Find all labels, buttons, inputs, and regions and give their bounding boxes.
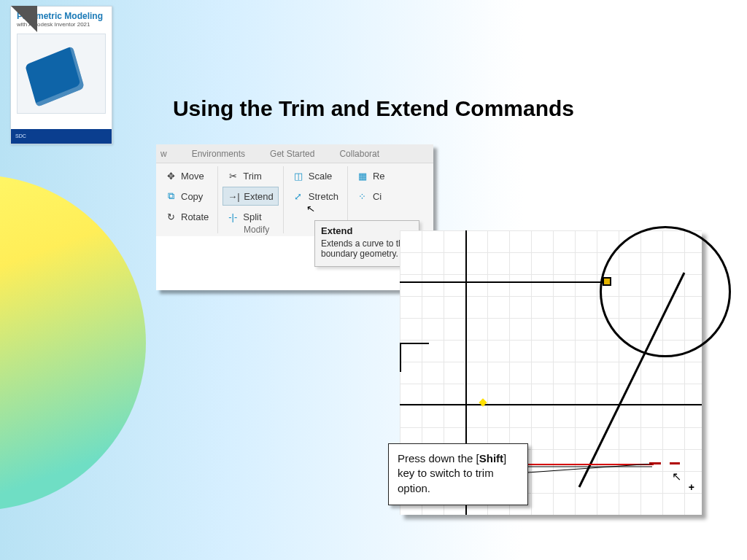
trim-label: Trim [243,171,262,182]
ribbon-panel: w Environments Get Started Collaborat ✥ … [156,144,433,290]
tooltip-body: Extends a curve to the boundary geometry… [321,238,408,259]
extend-dash [670,462,680,464]
split-button[interactable]: -|- Split [222,207,278,226]
callout-key: Shift [479,452,503,464]
copy-button[interactable]: ⧉ Copy [160,187,213,206]
circular-pattern-button[interactable]: ⁘ Ci [352,187,390,206]
ribbon-tab[interactable]: Get Started [270,149,314,159]
scale-label: Scale [309,171,333,182]
rectangular-pattern-button[interactable]: ▦ Re [352,166,390,185]
ribbon-tab[interactable]: Environments [192,149,245,159]
scale-icon: ◫ [293,170,304,182]
ribbon-tab[interactable]: w [160,149,167,159]
sketch-corner [400,343,429,372]
slide-heading: Using the Trim and Extend Commands [0,96,747,121]
rotate-button[interactable]: ↻ Rotate [160,207,213,226]
move-label: Move [181,171,204,182]
book-corner-ribbon [11,6,37,32]
cursor-icon: ↖ [672,470,681,483]
rotate-label: Rotate [181,211,209,222]
hint-callout: Press down the [Shift] key to switch to … [388,443,528,505]
cursor-icon: ↖ [306,202,317,215]
plus-icon: + [689,481,694,493]
copy-label: Copy [181,191,203,202]
stretch-label: Stretch [309,191,338,202]
axis-horizontal [400,404,702,405]
endpoint-marker [603,277,611,286]
trim-icon: ✂ [227,170,239,182]
sketch-circle [600,226,731,357]
rotate-icon: ↻ [165,211,177,222]
extend-button[interactable]: →| Extend [222,187,278,206]
panel-label: Modify [244,225,269,235]
circ-array-icon: ⁘ [357,190,368,202]
stretch-button[interactable]: ⤢ Stretch [288,187,343,206]
book-cover: Parametric Modeling with Autodesk Invent… [10,6,112,144]
rect-label: Re [373,171,385,182]
copy-icon: ⧉ [165,190,177,202]
trim-button[interactable]: ✂ Trim [222,166,278,185]
split-label: Split [243,211,261,222]
extend-label: Extend [244,191,273,202]
ribbon-tab[interactable]: Collaborat [339,149,379,159]
move-button[interactable]: ✥ Move [160,166,213,185]
scale-button[interactable]: ◫ Scale [288,166,343,185]
accent-arc [0,175,146,510]
extend-dash [649,462,661,464]
extend-icon: →| [228,190,239,202]
book-publisher: SDC [11,129,112,144]
ribbon-tabs: w Environments Get Started Collaborat [156,144,433,163]
extend-preview-line [508,464,654,465]
stretch-icon: ⤢ [293,190,304,202]
circ-label: Ci [373,191,382,202]
callout-pre: Press down the [ [398,452,479,464]
move-icon: ✥ [165,170,177,182]
sketch-line [400,281,607,283]
split-icon: -|- [227,211,239,222]
rect-array-icon: ▦ [357,170,368,182]
